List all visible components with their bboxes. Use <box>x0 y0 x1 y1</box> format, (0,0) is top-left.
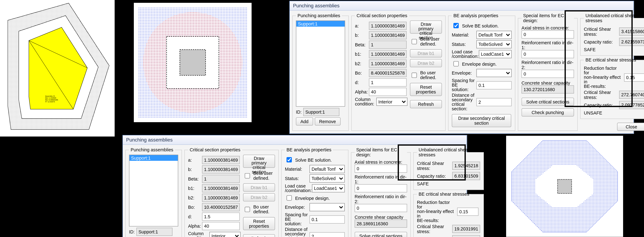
becrit-legend: BE critical shear stresses <box>417 192 471 196</box>
draw-b1-button: Draw b1 <box>243 183 275 192</box>
d-field[interactable] <box>202 212 240 221</box>
axial-field[interactable] <box>355 164 407 173</box>
material-select[interactable]: Default Tonf <box>310 165 345 173</box>
beta-user-defined-checkbox[interactable]: Beta user defined. <box>243 171 275 180</box>
punching-assemblies-dialog-2: Punching assemblies Punching assemblies … <box>122 135 467 237</box>
reinf1-field[interactable] <box>522 50 574 58</box>
bo-user-defined-checkbox[interactable]: Bo user defined. <box>243 204 275 214</box>
alpha-label: Alpha: <box>355 90 367 94</box>
a-field[interactable] <box>369 22 406 30</box>
b1-label: b1: <box>355 52 367 57</box>
reset-properties-button[interactable]: Reset properties <box>410 83 442 96</box>
b-label: b: <box>188 167 200 172</box>
spacing-field[interactable] <box>310 215 345 224</box>
bo-field[interactable] <box>369 69 406 77</box>
beta-field[interactable] <box>202 175 240 183</box>
loadcase-select[interactable]: LoadCase1 <box>479 50 512 58</box>
assembly-overlay-text: Assembly 21 Mx= 1.310599 My= 0.08665486 … <box>45 95 58 103</box>
envelope-design-checkbox[interactable]: Envelope design. <box>285 194 345 202</box>
b2-field[interactable] <box>369 60 406 68</box>
css-field <box>619 28 644 36</box>
reinf1-field[interactable] <box>355 184 407 192</box>
assemblies-listbox[interactable]: Support:1 <box>129 154 178 226</box>
a-field[interactable] <box>202 156 240 164</box>
draw-primary-button[interactable]: Draw primary critical section <box>243 154 275 168</box>
rf-field[interactable] <box>457 207 478 216</box>
a-label: a: <box>188 158 200 162</box>
spacing-field[interactable] <box>476 81 512 89</box>
loadcase-select[interactable]: LoadCase1 <box>312 184 345 192</box>
reinf2-field[interactable] <box>355 204 407 212</box>
alpha-field[interactable] <box>202 222 240 230</box>
draw-b1-button: Draw b1 <box>410 49 442 58</box>
b-field[interactable] <box>369 31 406 40</box>
refresh-button[interactable]: Refresh <box>243 234 275 237</box>
check-punching-button[interactable]: Check punching <box>522 108 574 116</box>
add-button[interactable]: Add <box>296 117 313 126</box>
distance-label: Distance ofsecondarycritical section: <box>285 227 308 237</box>
assemblies-listbox[interactable]: Support:1 <box>296 20 345 106</box>
draw-secondary-button[interactable]: Draw secondary critical section <box>452 114 511 127</box>
distance-field[interactable] <box>310 232 345 237</box>
becrit-cap-field <box>619 101 644 109</box>
refresh-button[interactable]: Refresh <box>410 100 442 108</box>
column-condition-select[interactable]: Interior <box>210 232 241 237</box>
remove-button[interactable]: Remove <box>314 117 340 126</box>
css-field <box>452 162 480 170</box>
punching-pattern-diagram-1 <box>133 2 251 122</box>
b1-field[interactable] <box>369 50 406 58</box>
spacing-label: Spacing forBE solution: <box>285 212 308 226</box>
b1-field[interactable] <box>202 184 240 192</box>
material-label: Material: <box>285 167 308 172</box>
id-field[interactable] <box>136 228 172 236</box>
bo-user-defined-checkbox[interactable]: Bo user defined. <box>410 70 442 80</box>
b2-label: b2: <box>355 61 367 66</box>
svg-rect-17 <box>558 180 572 194</box>
status-label: Status: <box>452 42 474 47</box>
draw-primary-button[interactable]: Draw primary critical section <box>410 20 442 34</box>
envelope-label: Envelope: <box>452 70 474 76</box>
solve-be-checkbox[interactable]: Solve BE solution. <box>285 156 345 164</box>
alpha-label: Alpha: <box>188 224 200 228</box>
reinf2-field[interactable] <box>522 70 574 78</box>
ec-design-legend: Special items for EC design: <box>522 13 574 23</box>
alpha-field[interactable] <box>369 88 406 96</box>
safe-text: SAFE <box>584 47 596 52</box>
envelope-select[interactable] <box>310 203 345 212</box>
cap-label: Capacity ratio: <box>584 39 618 44</box>
id-field[interactable] <box>303 108 340 116</box>
solve-be-checkbox[interactable]: Solve BE solution. <box>452 22 512 30</box>
close-button[interactable]: Close <box>617 123 644 131</box>
material-select[interactable]: Default Tonf <box>476 31 512 39</box>
assembly-polygon-diagram: Assembly 21 Mx= 1.310599 My= 0.08665486 … <box>0 0 115 136</box>
beta-label: Beta: <box>355 42 367 47</box>
critical-section-legend: Critical section properties <box>355 13 409 18</box>
solve-critical-button[interactable]: Solve critical sections <box>355 232 407 237</box>
b2-label: b2: <box>188 195 200 200</box>
column-condition-select[interactable]: Interior <box>376 98 408 106</box>
becrit-css-field <box>619 91 644 99</box>
assembly-item[interactable]: Support:1 <box>130 155 178 161</box>
status-select[interactable]: ToBeSolved <box>476 40 512 48</box>
reset-properties-button[interactable]: Reset properties <box>243 217 275 230</box>
envelope-select[interactable] <box>476 69 512 77</box>
beta-user-defined-checkbox[interactable]: Beta user defined. <box>410 36 442 46</box>
solve-critical-button[interactable]: Solve critical sections <box>522 98 574 106</box>
status-select[interactable]: ToBeSolved <box>310 174 345 182</box>
bo-field[interactable] <box>202 203 240 212</box>
d-field[interactable] <box>369 78 406 86</box>
axial-field[interactable] <box>522 30 574 38</box>
b-field[interactable] <box>202 166 240 174</box>
b2-field[interactable] <box>202 194 240 202</box>
envelope-design-checkbox[interactable]: Envelope design. <box>452 60 512 68</box>
b-label: b: <box>355 33 367 38</box>
rf-field[interactable] <box>624 73 644 82</box>
loadcase-label: Load case/combination: <box>452 50 477 59</box>
csc-label: Concrete shear capacity <box>355 214 403 220</box>
beta-field[interactable] <box>369 40 406 49</box>
assembly-item[interactable]: Support:1 <box>296 21 345 27</box>
distance-field[interactable] <box>476 98 512 106</box>
becrit-css-field <box>452 225 480 233</box>
rf-label: Reduction factor fornon-linearity effect… <box>417 200 456 223</box>
column-condition-label: Column condition: <box>188 232 208 237</box>
